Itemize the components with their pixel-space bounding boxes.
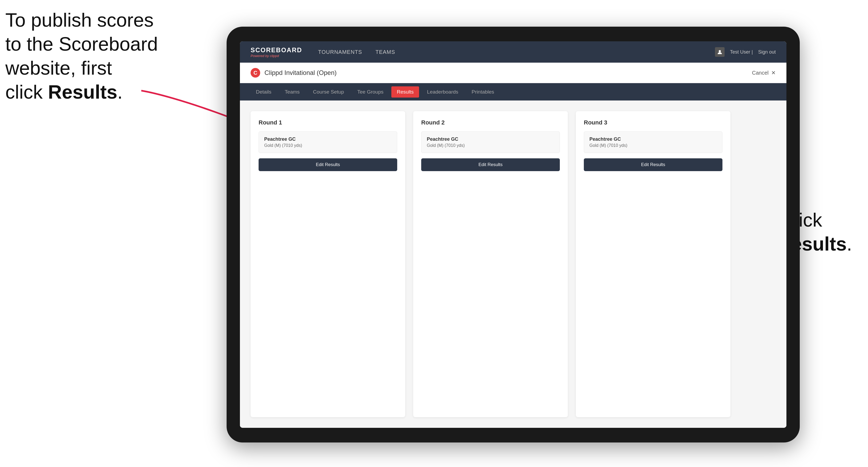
nav-teams[interactable]: TEAMS [375, 49, 395, 55]
round-2-title: Round 2 [421, 119, 560, 126]
logo-area: SCOREBOARD Powered by clippd [251, 46, 302, 58]
round-2-edit-results-button[interactable]: Edit Results [421, 158, 560, 171]
tournament-title: Clippd Invitational (Open) [265, 69, 337, 76]
tab-leaderboards[interactable]: Leaderboards [422, 86, 464, 98]
tournament-title-area: C Clippd Invitational (Open) [251, 68, 337, 77]
nav-links: TOURNAMENTS TEAMS [318, 49, 715, 55]
round-1-course-details: Gold (M) (7010 yds) [264, 143, 392, 148]
content-area: Round 1 Peachtree GC Gold (M) (7010 yds)… [240, 100, 786, 428]
tab-course-setup[interactable]: Course Setup [308, 86, 349, 98]
tab-printables[interactable]: Printables [466, 86, 500, 98]
tab-teams[interactable]: Teams [279, 86, 305, 98]
round-1-card: Round 1 Peachtree GC Gold (M) (7010 yds)… [251, 111, 405, 417]
top-nav: SCOREBOARD Powered by clippd TOURNAMENTS… [240, 41, 786, 63]
round-3-title: Round 3 [584, 119, 722, 126]
tab-results[interactable]: Results [391, 86, 419, 98]
tournament-header: C Clippd Invitational (Open) Cancel ✕ [240, 63, 786, 83]
nav-tournaments[interactable]: TOURNAMENTS [318, 49, 362, 55]
logo-text: SCOREBOARD [251, 46, 302, 54]
tournament-icon: C [251, 68, 260, 77]
round-2-course-card: Peachtree GC Gold (M) (7010 yds) [421, 131, 560, 153]
round-2-course-details: Gold (M) (7010 yds) [427, 143, 554, 148]
signout-link[interactable]: Sign out [758, 49, 776, 55]
tablet-frame: SCOREBOARD Powered by clippd TOURNAMENTS… [226, 27, 800, 442]
tab-details[interactable]: Details [251, 86, 277, 98]
user-label: Test User | [730, 49, 753, 55]
round-1-course-name: Peachtree GC [264, 136, 392, 142]
round-3-course-details: Gold (M) (7010 yds) [589, 143, 717, 148]
round-1-edit-results-button[interactable]: Edit Results [258, 158, 397, 171]
cancel-button[interactable]: Cancel ✕ [752, 69, 776, 76]
round-3-card: Round 3 Peachtree GC Gold (M) (7010 yds)… [576, 111, 731, 417]
annotation-left: To publish scores to the Scoreboard webs… [5, 8, 158, 104]
logo-sub: Powered by clippd [251, 54, 302, 58]
user-icon [715, 47, 724, 57]
round-3-course-name: Peachtree GC [589, 136, 717, 142]
round-1-title: Round 1 [258, 119, 397, 126]
round-1-course-card: Peachtree GC Gold (M) (7010 yds) [258, 131, 397, 153]
sub-nav: Details Teams Course Setup Tee Groups Re… [240, 83, 786, 100]
round-2-card: Round 2 Peachtree GC Gold (M) (7010 yds)… [413, 111, 568, 417]
nav-right: Test User | Sign out [715, 47, 776, 57]
round-3-course-card: Peachtree GC Gold (M) (7010 yds) [584, 131, 722, 153]
tab-tee-groups[interactable]: Tee Groups [352, 86, 389, 98]
round-2-course-name: Peachtree GC [427, 136, 554, 142]
tablet-screen: SCOREBOARD Powered by clippd TOURNAMENTS… [240, 41, 786, 428]
svg-point-2 [719, 50, 721, 52]
round-3-edit-results-button[interactable]: Edit Results [584, 158, 722, 171]
